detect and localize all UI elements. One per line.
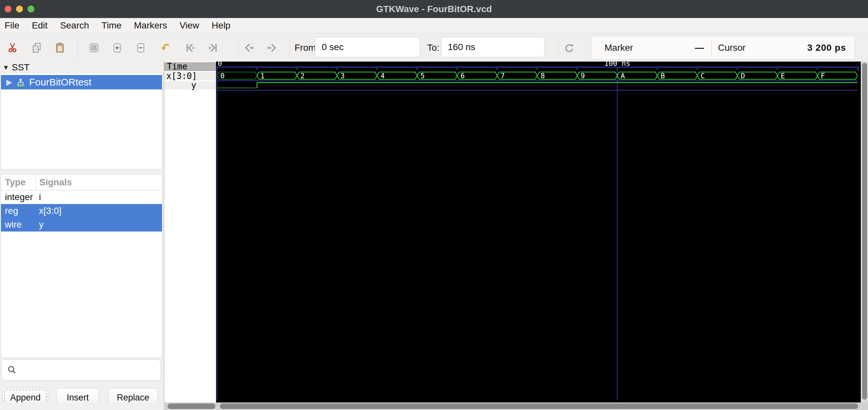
timebar-tick — [376, 68, 378, 70]
signal-type: wire — [1, 219, 36, 230]
column-header-type[interactable]: Type — [1, 175, 36, 190]
tree-item-label: FourBitORtest — [29, 77, 91, 88]
copy-icon[interactable] — [31, 42, 42, 54]
marker-label: Marker — [604, 42, 633, 53]
hierarchy-icon — [16, 76, 26, 88]
marker-value: — — [695, 42, 704, 53]
bus-value: 5 — [421, 72, 425, 80]
timebar-tick — [497, 68, 498, 70]
sst-section-header[interactable]: ▼ SST — [3, 62, 29, 73]
to-input[interactable]: 160 ns — [441, 37, 545, 57]
fetch-left-icon[interactable] — [243, 42, 255, 54]
sst-tree: ▶ FourBitORtest — [1, 73, 162, 169]
signal-type: reg — [1, 206, 36, 216]
to-label: To: — [427, 34, 439, 62]
signal-search-input[interactable] — [1, 359, 161, 381]
menu-help[interactable]: Help — [206, 20, 237, 31]
bus-value: 9 — [581, 72, 585, 80]
column-header-signals[interactable]: Signals — [36, 177, 72, 188]
zoom-in-icon[interactable] — [111, 42, 123, 54]
collapse-triangle-icon: ▼ — [3, 64, 9, 71]
timebar-tick — [817, 68, 818, 70]
window-title: GTKWave - FourBitOR.vcd — [0, 0, 868, 18]
bus-value: E — [781, 72, 785, 80]
signal-row-x30[interactable]: regx[3:0] — [1, 204, 162, 218]
bus-value: 1 — [260, 72, 265, 80]
row-separator — [217, 90, 858, 91]
bus-value: C — [701, 72, 705, 80]
menu-view[interactable]: View — [173, 20, 205, 31]
waveform-canvas[interactable]: 0100 ns0123456789ABCDEF — [216, 62, 861, 403]
bus-value: 2 — [301, 72, 305, 80]
vertical-scrollbar-thumb[interactable] — [862, 63, 867, 400]
menu-bar: FileEditSearchTimeMarkersViewHelp — [0, 18, 868, 33]
menu-markers[interactable]: Markers — [128, 20, 173, 31]
expander-icon[interactable]: ▶ — [6, 78, 16, 87]
bus-value: 6 — [461, 72, 465, 80]
timebar-tick — [777, 68, 778, 70]
timebar-tick — [297, 68, 298, 70]
from-input[interactable]: 0 sec — [315, 37, 420, 57]
tree-item-fourbitortest[interactable]: ▶ FourBitORtest — [1, 75, 162, 89]
menu-time[interactable]: Time — [95, 20, 128, 31]
timebar-tick — [536, 68, 538, 70]
sst-panel: ▼ SST ▶ FourBitORtest — [0, 62, 164, 403]
signal-name: x[3:0] — [36, 206, 61, 216]
bus-value: 3 — [340, 72, 345, 80]
timebar-tick — [417, 68, 418, 70]
signals-table-header: Type Signals — [1, 175, 162, 190]
menu-search[interactable]: Search — [54, 20, 95, 31]
reload-icon[interactable] — [563, 42, 575, 54]
grid-line-0ns — [217, 66, 218, 401]
paste-icon[interactable] — [54, 42, 66, 54]
fetch-right-icon[interactable] — [267, 42, 278, 54]
wave-signal-name-x[interactable]: x[3:0] — [164, 72, 217, 80]
wave-scrollbar-thumb[interactable] — [220, 404, 858, 409]
timebar-tick — [737, 68, 738, 70]
timebar-tick — [657, 68, 658, 70]
bus-value: 7 — [500, 72, 505, 80]
signal-type: integer — [1, 192, 36, 202]
horizontal-scrollbar-track[interactable] — [164, 403, 868, 410]
timebar-tick — [457, 68, 458, 70]
zoom-to-end-icon[interactable] — [207, 42, 219, 54]
bus-value: D — [741, 72, 745, 80]
gtkwave-window: GTKWave - FourBitOR.vcd FileEditSearchTi… — [0, 0, 868, 410]
sst-label: SST — [12, 62, 29, 73]
to-value: 160 ns — [448, 42, 475, 52]
grid-line-100ns — [617, 66, 618, 401]
bus-value: 8 — [540, 72, 545, 80]
timebar-tick — [256, 68, 257, 70]
bus-value: A — [621, 72, 625, 80]
cursor-value: 3 200 ps — [807, 42, 846, 53]
bus-value: F — [821, 72, 825, 80]
cursor-label: Cursor — [718, 42, 746, 53]
main-content: ▼ SST ▶ FourBitORtest — [0, 62, 868, 403]
names-scrollbar-thumb[interactable] — [167, 404, 215, 409]
zoom-fit-icon[interactable] — [88, 42, 100, 54]
from-value: 0 sec — [322, 42, 344, 52]
search-icon — [6, 364, 18, 376]
cut-icon[interactable] — [6, 42, 18, 54]
signal-row-i[interactable]: integeri — [1, 190, 162, 204]
timebar-baseline — [217, 66, 859, 68]
signal-row-y[interactable]: wirey — [1, 218, 162, 232]
menu-edit[interactable]: Edit — [26, 20, 54, 31]
timebar-tick — [337, 68, 338, 70]
bus-value: 0 — [220, 72, 224, 80]
signals-table: Type Signals integeriregx[3:0]wirey — [1, 174, 162, 358]
timebar-tick — [857, 68, 858, 70]
bottom-scrollbar-strip — [0, 403, 868, 410]
marker-cursor-divider — [711, 40, 712, 56]
menu-file[interactable]: File — [5, 20, 26, 31]
toolbar-separator — [78, 36, 78, 59]
timebar-tick — [577, 68, 578, 70]
timebar-tick — [697, 68, 698, 70]
zoom-undo-icon[interactable] — [160, 42, 172, 54]
zoom-to-start-icon[interactable] — [184, 42, 196, 54]
zoom-out-icon[interactable] — [135, 42, 147, 54]
toolbar: From: 0 sec To: 160 ns Marker — Cursor 3… — [0, 34, 868, 62]
signal-name: i — [36, 192, 41, 202]
time-column-header: Time — [164, 62, 218, 71]
wave-vertical-scrollbar[interactable] — [861, 62, 868, 403]
